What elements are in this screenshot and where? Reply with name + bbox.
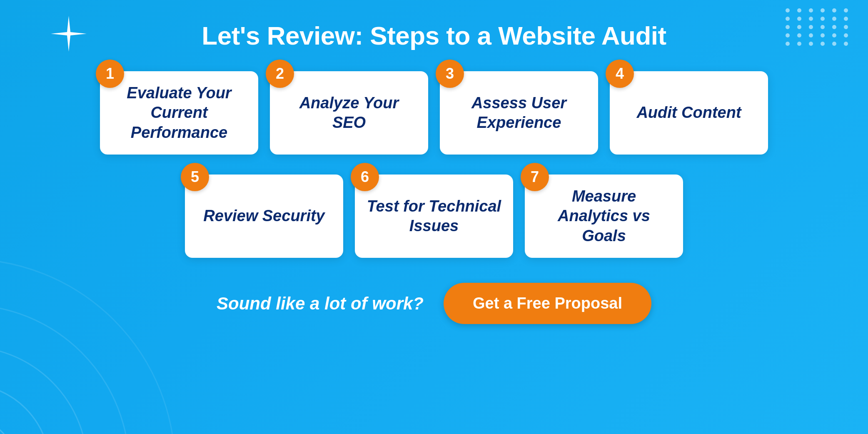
card-wrap-3: 3Assess User Experience	[440, 71, 598, 155]
cta-button[interactable]: Get a Free Proposal	[444, 283, 651, 324]
badge-2: 2	[266, 60, 294, 88]
card-6: Test for Technical Issues	[355, 175, 513, 258]
card-text-6: Test for Technical Issues	[367, 197, 501, 236]
badge-3: 3	[436, 60, 464, 88]
card-2: Analyze Your SEO	[270, 71, 428, 155]
badge-4: 4	[606, 60, 634, 88]
card-wrap-2: 2Analyze Your SEO	[270, 71, 428, 155]
card-5: Review Security	[185, 175, 343, 258]
badge-7: 7	[521, 163, 549, 191]
card-text-5: Review Security	[203, 206, 324, 226]
card-text-3: Assess User Experience	[451, 93, 586, 133]
svg-point-0	[0, 417, 17, 434]
cards-row-1: 1Evaluate Your Current Performance2Analy…	[33, 71, 835, 155]
cta-prompt: Sound like a lot of work?	[217, 294, 424, 314]
card-wrap-6: 6Test for Technical Issues	[355, 175, 513, 258]
badge-5: 5	[181, 163, 209, 191]
cta-row: Sound like a lot of work? Get a Free Pro…	[33, 283, 835, 324]
badge-1: 1	[96, 60, 124, 88]
card-text-2: Analyze Your SEO	[282, 93, 417, 133]
svg-point-2	[0, 347, 87, 434]
badge-6: 6	[351, 163, 379, 191]
card-wrap-4: 4Audit Content	[610, 71, 768, 155]
card-1: Evaluate Your Current Performance	[100, 71, 258, 155]
card-4: Audit Content	[610, 71, 768, 155]
page-title: Let's Review: Steps to a Website Audit	[33, 21, 835, 50]
card-wrap-1: 1Evaluate Your Current Performance	[100, 71, 258, 155]
card-text-7: Measure Analytics vs Goals	[536, 187, 671, 246]
card-wrap-7: 7Measure Analytics vs Goals	[525, 175, 683, 258]
card-7: Measure Analytics vs Goals	[525, 175, 683, 258]
card-text-1: Evaluate Your Current Performance	[112, 83, 247, 143]
svg-point-1	[0, 384, 50, 434]
card-text-4: Audit Content	[636, 103, 741, 123]
cards-row-2: 5Review Security6Test for Technical Issu…	[33, 175, 835, 258]
card-wrap-5: 5Review Security	[185, 175, 343, 258]
card-3: Assess User Experience	[440, 71, 598, 155]
